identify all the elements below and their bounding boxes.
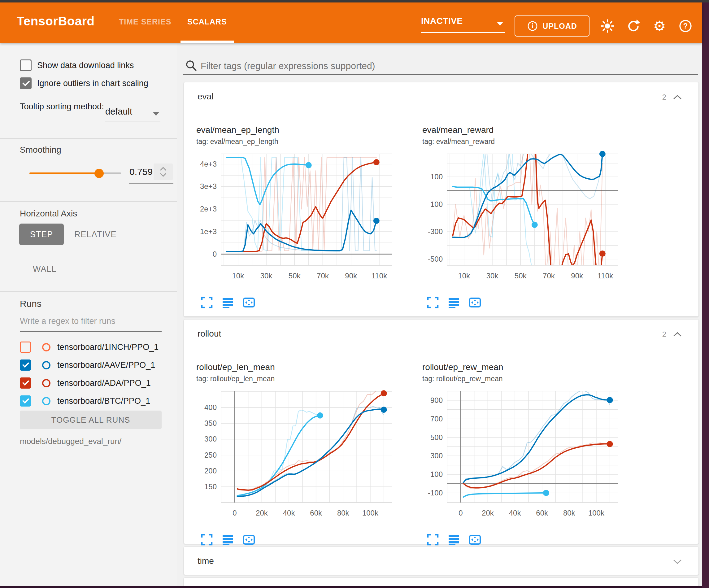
svg-text:100k: 100k [362,509,379,517]
fullscreen-icon[interactable] [201,296,213,309]
run-row-btc[interactable]: tensorboard/BTC/PPO_1 [20,393,165,409]
tooltip-sorting-dropdown[interactable]: default [105,106,132,117]
settings-sidebar: Show data download links Ignore outliers… [0,43,177,586]
axis-option-relative[interactable]: RELATIVE [74,230,117,239]
section-header-eval[interactable]: eval 2 [184,82,699,112]
fullscreen-icon[interactable] [201,534,213,546]
svg-text:70k: 70k [317,272,329,280]
fit-domain-icon[interactable] [469,534,481,546]
runs-base-path: models/debugged_eval_run/ [20,437,121,446]
section-header-rollout[interactable]: rollout 2 [184,319,699,349]
horizontal-axis-label: Horizontal Axis [20,209,77,219]
svg-text:100: 100 [430,470,443,478]
svg-text:3e+3: 3e+3 [200,182,217,190]
svg-text:30k: 30k [487,272,499,280]
data-table-icon[interactable] [448,534,460,546]
ignore-outliers-checkbox[interactable] [20,77,32,89]
data-table-icon[interactable] [222,296,234,309]
data-table-icon[interactable] [222,534,234,546]
tab-scalars[interactable]: SCALARS [187,17,227,26]
run-checkbox[interactable] [20,378,31,389]
tag-filter-underline [183,74,698,75]
run-row-1inch[interactable]: tensorboard/1INCH/PPO_1 [20,339,165,355]
svg-text:80k: 80k [563,509,576,517]
fullscreen-icon[interactable] [427,296,439,309]
run-checkbox[interactable] [20,395,31,407]
chevron-down-icon[interactable] [673,559,682,565]
run-checkbox[interactable] [20,341,31,353]
reload-icon[interactable] [626,19,641,33]
runs-filter-underline [20,331,162,332]
show-download-links-checkbox[interactable] [20,59,32,71]
svg-text:10k: 10k [232,272,244,280]
chevron-down-icon [497,22,503,26]
svg-text:400: 400 [204,403,217,411]
upload-button-label: UPLOAD [543,22,577,31]
chart-toolbar [427,534,636,546]
svg-text:2e+3: 2e+3 [200,205,217,213]
fullscreen-icon[interactable] [427,534,439,546]
brightness-icon[interactable] [600,19,615,33]
run-color-swatch-icon [42,397,50,405]
smoothing-value-underline [129,183,174,184]
svg-text:-300: -300 [428,227,443,236]
desktop-right-edge [702,2,709,588]
smoothing-stepper[interactable] [154,163,173,180]
chevron-up-icon[interactable] [673,94,682,100]
tag-filter[interactable]: Filter tags (regular expressions support… [185,59,706,74]
chart-rollout-ep-len-mean: rollout/ep_len_mean tag: rollout/ep_len_… [196,362,410,546]
svg-text:10k: 10k [458,272,470,280]
svg-text:30k: 30k [260,272,273,280]
chevron-up-icon[interactable] [673,331,682,337]
tab-time-series[interactable]: TIME SERIES [119,17,171,26]
run-label: tensorboard/1INCH/PPO_1 [57,342,159,352]
svg-text:0: 0 [233,509,237,517]
chevron-up-icon [159,167,167,171]
window-top-edge [0,0,709,2]
app-header: TensorBoard TIME SERIES SCALARS INACTIVE… [0,2,702,43]
smoothing-label: Smoothing [20,145,61,155]
chart-tag: tag: eval/mean_reward [422,137,636,146]
chart-title: rollout/ep_rew_mean [422,362,636,372]
smoothing-slider-handle[interactable] [95,169,104,178]
app-title: TensorBoard [17,14,95,28]
run-color-swatch-icon [42,379,50,387]
run-row-aave[interactable]: tensorboard/AAVE/PPO_1 [20,357,165,373]
run-checkbox[interactable] [20,359,31,370]
svg-text:70k: 70k [543,272,555,280]
data-table-icon[interactable] [448,296,460,309]
axis-option-wall[interactable]: WALL [33,264,57,274]
line-chart: 020k40k60k80k100k150200250300350400 [196,387,402,533]
smoothing-slider-fill [29,173,99,174]
axis-option-step[interactable]: STEP [19,224,64,245]
status-dropdown[interactable]: INACTIVE [421,16,505,32]
chart-tag: tag: rollout/ep_rew_mean [422,375,636,383]
toggle-all-runs-button[interactable]: TOGGLE ALL RUNS [20,411,162,429]
svg-text:?: ? [683,22,688,30]
section-title: rollout [198,329,221,339]
svg-text:40k: 40k [509,509,521,517]
svg-text:0: 0 [213,250,217,258]
svg-text:300: 300 [204,435,217,443]
run-row-ada[interactable]: tensorboard/ADA/PPO_1 [20,375,165,391]
chart-title: eval/mean_reward [422,125,636,135]
line-chart: 10k30k50k70k90k110k100-100-300-500 [422,150,628,296]
run-color-swatch-icon [42,343,50,352]
fit-domain-icon[interactable] [469,296,481,309]
run-color-swatch-icon [42,361,50,369]
svg-text:900: 900 [430,396,443,404]
svg-text:100: 100 [430,173,443,181]
smoothing-value-input[interactable]: 0.759 [129,167,153,177]
help-icon[interactable]: ? [678,19,693,33]
settings-gear-icon[interactable]: ⚙ [652,19,667,33]
svg-text:50k: 50k [515,272,527,280]
svg-text:40k: 40k [283,509,295,517]
section-header-time[interactable]: time [184,547,699,575]
chevron-down-icon[interactable] [153,112,159,116]
runs-filter-input[interactable]: Write a regex to filter runs [20,316,115,326]
fit-domain-icon[interactable] [243,534,255,546]
svg-text:110k: 110k [598,272,613,280]
upload-button[interactable]: UPLOAD [515,16,589,36]
run-label: tensorboard/ADA/PPO_1 [57,378,151,388]
fit-domain-icon[interactable] [243,296,255,309]
